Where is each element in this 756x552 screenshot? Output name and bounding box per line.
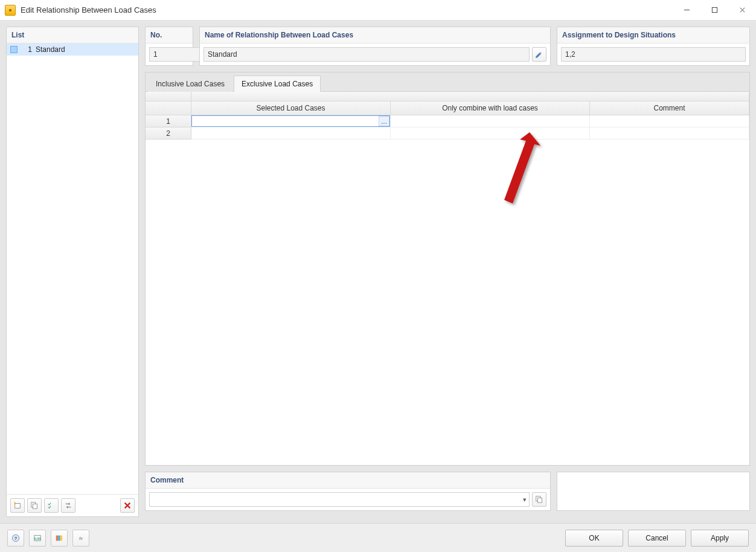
table-row: 2 bbox=[146, 127, 749, 140]
cell-selected[interactable]: ... bbox=[191, 115, 391, 127]
list-item-num: 1 bbox=[21, 45, 32, 54]
grid-body[interactable]: 1 ... 2 bbox=[146, 115, 749, 465]
new-button[interactable] bbox=[10, 498, 25, 513]
row-header[interactable]: 1 bbox=[146, 115, 191, 127]
comment-header: Comment bbox=[146, 472, 550, 489]
maximize-button[interactable] bbox=[700, 0, 728, 20]
assign-input[interactable] bbox=[561, 47, 746, 62]
cell-combine[interactable] bbox=[391, 115, 590, 127]
apply-button[interactable]: Apply bbox=[691, 530, 749, 547]
name-header: Name of Relationship Between Load Cases bbox=[200, 27, 550, 43]
delete-button[interactable] bbox=[120, 498, 135, 513]
svg-text:?: ? bbox=[14, 535, 18, 541]
assignment-panel: Assignment to Design Situations bbox=[557, 27, 750, 66]
grid: Selected Load Cases Only combine with lo… bbox=[145, 91, 750, 466]
grid-spanner bbox=[191, 92, 749, 101]
list-body[interactable]: 1 Standard bbox=[7, 43, 138, 494]
svg-rect-14 bbox=[60, 535, 63, 541]
no-panel: No. bbox=[145, 27, 193, 66]
cell-comment[interactable] bbox=[590, 115, 749, 127]
col-comment[interactable]: Comment bbox=[590, 101, 749, 115]
list-item[interactable]: 1 Standard bbox=[7, 43, 138, 56]
svg-text:fx: fx bbox=[79, 535, 83, 541]
table-row: 1 ... bbox=[146, 115, 749, 127]
svg-point-2 bbox=[13, 501, 15, 503]
col-selected[interactable]: Selected Load Cases bbox=[191, 101, 391, 115]
colors-button[interactable] bbox=[51, 530, 68, 547]
cell-selected[interactable] bbox=[191, 127, 391, 140]
annotation-arrow-icon bbox=[486, 132, 553, 217]
app-icon bbox=[5, 5, 16, 16]
bottom-row: Comment ▾ bbox=[145, 472, 750, 511]
minimize-button[interactable] bbox=[673, 0, 700, 20]
units-button[interactable]: 0,00 bbox=[29, 530, 46, 547]
edit-name-button[interactable] bbox=[532, 47, 546, 62]
svg-rect-0 bbox=[712, 7, 717, 12]
grid-corner bbox=[146, 92, 191, 101]
cell-ellipsis-button[interactable]: ... bbox=[379, 116, 389, 126]
assign-header: Assignment to Design Situations bbox=[557, 27, 749, 43]
cancel-button[interactable]: Cancel bbox=[628, 530, 686, 547]
grid-header-row: Selected Load Cases Only combine with lo… bbox=[146, 92, 749, 115]
svg-rect-4 bbox=[33, 504, 37, 509]
check-button[interactable] bbox=[44, 498, 59, 513]
tab-exclusive[interactable]: Exclusive Load Cases bbox=[234, 75, 321, 92]
svg-rect-12 bbox=[56, 535, 59, 541]
list-item-label: Standard bbox=[36, 45, 65, 54]
cell-comment[interactable] bbox=[590, 127, 749, 140]
grid-corner2 bbox=[146, 101, 191, 115]
comment-library-button[interactable] bbox=[532, 492, 546, 507]
tabs: Inclusive Load Cases Exclusive Load Case… bbox=[145, 72, 750, 91]
name-input[interactable] bbox=[203, 47, 530, 62]
svg-rect-7 bbox=[537, 498, 542, 502]
row-header[interactable]: 2 bbox=[146, 127, 191, 140]
cell-combine[interactable] bbox=[391, 127, 590, 140]
ok-button[interactable]: OK bbox=[565, 530, 623, 547]
svg-rect-13 bbox=[58, 535, 60, 541]
no-header: No. bbox=[146, 27, 193, 43]
comment-combo[interactable]: ▾ bbox=[149, 492, 530, 507]
top-fields-row: No. Name of Relationship Between Load Ca… bbox=[145, 27, 750, 66]
svg-marker-5 bbox=[504, 132, 540, 204]
close-button[interactable] bbox=[728, 0, 756, 20]
bottom-side-panel bbox=[557, 472, 750, 511]
tab-inclusive[interactable]: Inclusive Load Cases bbox=[148, 75, 232, 92]
help-button[interactable]: ? bbox=[7, 530, 24, 547]
list-header: List bbox=[7, 27, 138, 43]
grid-panel: Inclusive Load Cases Exclusive Load Case… bbox=[145, 72, 750, 466]
window-controls bbox=[673, 0, 756, 20]
list-panel: List 1 Standard bbox=[6, 27, 139, 517]
footer: ? 0,00 fx OK Cancel Apply bbox=[0, 523, 756, 552]
comment-panel: Comment ▾ bbox=[145, 472, 551, 511]
name-panel: Name of Relationship Between Load Cases bbox=[199, 27, 551, 66]
color-swatch-icon bbox=[10, 46, 18, 53]
col-combine[interactable]: Only combine with load cases bbox=[391, 101, 590, 115]
titlebar: Edit Relationship Between Load Cases bbox=[0, 0, 756, 21]
fx-button[interactable]: fx bbox=[72, 530, 89, 547]
copy-button[interactable] bbox=[27, 498, 42, 513]
content-area: List 1 Standard bbox=[0, 21, 756, 523]
right-column: No. Name of Relationship Between Load Ca… bbox=[145, 27, 750, 511]
chevron-down-icon: ▾ bbox=[523, 496, 527, 504]
swap-button[interactable] bbox=[61, 498, 75, 513]
window-title: Edit Relationship Between Load Cases bbox=[21, 5, 673, 14]
svg-text:0,00: 0,00 bbox=[34, 536, 40, 540]
list-toolbar bbox=[7, 494, 138, 516]
